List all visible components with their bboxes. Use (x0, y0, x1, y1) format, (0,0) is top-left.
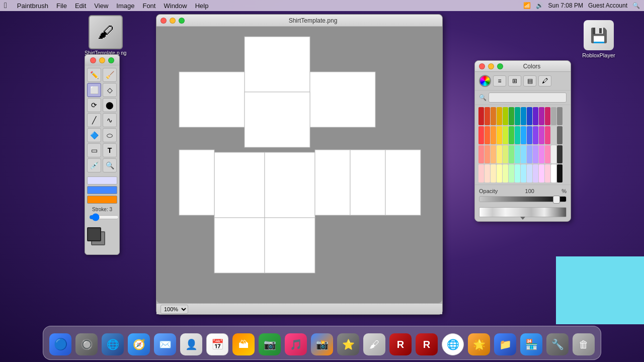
menubar-user[interactable]: Guest Account (588, 2, 627, 9)
colors-close-button[interactable] (479, 63, 485, 69)
svg-rect-53 (557, 145, 562, 163)
colors-mode-toolbar: ≡ ⊞ ▤ 🖍 (475, 72, 571, 90)
colors-titlebar: Colors (475, 61, 571, 72)
svg-rect-59 (509, 164, 514, 183)
canvas-min-button[interactable] (170, 18, 176, 24)
svg-rect-40 (478, 145, 484, 163)
menu-view[interactable]: View (94, 2, 108, 10)
curve-tool[interactable]: ∿ (103, 113, 117, 127)
svg-rect-36 (539, 126, 544, 144)
pencil-tool[interactable]: ✏️ (87, 68, 101, 82)
menu-app[interactable]: Paintbrush (17, 2, 48, 10)
svg-rect-14 (491, 107, 496, 125)
menu-help[interactable]: Help (195, 2, 209, 10)
canvas-close-button[interactable] (160, 18, 167, 24)
color-swatch-stroke[interactable] (87, 196, 117, 204)
dock-item-photos[interactable]: 🏔 (231, 332, 256, 356)
color-image-mode[interactable]: ▤ (523, 75, 536, 86)
svg-rect-39 (557, 126, 562, 144)
magnify-tool[interactable]: 🔍 (103, 158, 117, 172)
eyedropper-tool[interactable]: 💉 (87, 158, 101, 172)
dock-item-system[interactable]: 🌐 (101, 332, 125, 356)
menu-image[interactable]: Image (116, 2, 134, 10)
dock-chrome-icon: 🌐 (442, 333, 464, 355)
dock-item-safari[interactable]: 🧭 (127, 332, 151, 356)
color-boxes (87, 227, 117, 252)
eraser-tool[interactable]: 🧹 (103, 68, 117, 82)
svg-rect-63 (533, 164, 538, 183)
oval-tool[interactable]: ⬭ (103, 128, 117, 142)
colors-max-button[interactable] (497, 63, 503, 69)
toolbar-panel: ✏️ 🧹 ⬜ ◇ ⟳ ⬤ ╱ ∿ 🔷 ⬭ ▭ T 💉 🔍 Stroke: 3 (85, 54, 120, 255)
opacity-slider-thumb[interactable] (553, 196, 560, 204)
zoom-select[interactable]: 100% 50% 200% (160, 305, 188, 314)
crayons-grid (475, 105, 571, 185)
color-crayons-mode[interactable]: 🖍 (538, 75, 551, 86)
svg-rect-18 (515, 107, 520, 125)
dock-item-trash[interactable]: 🗑 (572, 332, 596, 356)
toolbar-min-button[interactable] (99, 57, 105, 63)
dock-item-favorites[interactable]: ⭐ (336, 332, 360, 356)
stroke-label: Stroke: 3 (85, 206, 119, 213)
gradient-bar-indicator (520, 217, 525, 220)
stroke-slider[interactable] (89, 213, 119, 221)
dock-favorites-icon: ⭐ (337, 333, 359, 355)
rect-tool[interactable]: 🔷 (87, 128, 101, 142)
apple-menu[interactable]:  (4, 1, 7, 10)
arrow-tool[interactable]: ◇ (103, 83, 117, 97)
color-wheel-mode[interactable] (479, 75, 491, 87)
svg-rect-22 (539, 107, 544, 125)
dock-item-chrome[interactable]: 🌐 (441, 332, 465, 356)
menu-file[interactable]: File (56, 2, 67, 10)
canvas-body[interactable] (156, 27, 442, 303)
dropper-tool[interactable]: ⬤ (103, 98, 117, 112)
opacity-label-text: Opacity (479, 188, 498, 194)
lasso-tool[interactable]: ⟳ (87, 98, 101, 112)
dock-item-calendar[interactable]: 📅 (205, 332, 229, 356)
menu-font[interactable]: Font (142, 2, 155, 10)
dock-item-mail[interactable]: ✉️ (153, 332, 177, 356)
menu-window[interactable]: Window (164, 2, 187, 10)
crayons-svg[interactable] (477, 107, 568, 183)
dock-item-paintbrush[interactable]: 🖌 (362, 332, 386, 356)
spotlight-icon[interactable]: 🔍 (632, 2, 640, 9)
dock-item-itunes[interactable]: 🎵 (284, 332, 308, 356)
dock-item-facetime[interactable]: 📷 (258, 332, 282, 356)
line-tool[interactable]: ╱ (87, 113, 101, 127)
paintbrush-app-icon[interactable]: 🖌 ShirtTemplate.p ng (85, 15, 126, 56)
toolbar-max-button[interactable] (108, 57, 114, 63)
dock-item-iphoto[interactable]: 📸 (310, 332, 334, 356)
svg-rect-56 (491, 164, 496, 183)
dock-item-finder2[interactable]: 📁 (493, 332, 517, 356)
canvas-max-button[interactable] (179, 18, 185, 24)
dock-item-finder[interactable]: 🔵 (48, 332, 72, 356)
svg-rect-7 (214, 218, 265, 273)
dock-misc2-icon: 🔧 (546, 333, 569, 355)
dock-item-roblox2[interactable]: R (415, 332, 439, 356)
colors-min-button[interactable] (488, 63, 494, 69)
menu-edit[interactable]: Edit (75, 2, 86, 10)
text-tool[interactable]: T (103, 143, 117, 157)
canvas-statusbar: 100% 50% 200% (156, 303, 442, 314)
rounded-rect-tool[interactable]: ▭ (87, 143, 101, 157)
toolbar-close-button[interactable] (90, 57, 96, 63)
svg-rect-48 (527, 145, 532, 163)
dock-item-contacts[interactable]: 👤 (179, 332, 203, 356)
dock-item-misc1[interactable]: 🌟 (467, 332, 491, 356)
svg-rect-28 (491, 126, 496, 144)
dock-item-roblox1[interactable]: R (388, 332, 413, 356)
color-picker-mode[interactable]: ⊞ (508, 75, 521, 86)
color-swatch-fill[interactable] (87, 186, 117, 194)
colors-search-input[interactable] (489, 93, 567, 103)
color-swatch-outline[interactable] (87, 176, 117, 185)
dock-contacts-icon: 👤 (180, 333, 202, 355)
dock-item-misc2[interactable]: 🔧 (545, 332, 570, 356)
foreground-color-box[interactable] (87, 227, 101, 241)
desktop-icon-roblox[interactable]: 💾 RobloxPlayer (579, 20, 619, 58)
colors-gradient-bar[interactable] (479, 207, 567, 217)
dock-item-appstore[interactable]: 🏪 (519, 332, 543, 356)
dock-appstore-icon: 🏪 (520, 333, 542, 355)
color-sliders-mode[interactable]: ≡ (493, 75, 506, 86)
dock-item-launchpad[interactable]: 🔘 (74, 332, 99, 356)
selection-tool[interactable]: ⬜ (87, 83, 101, 97)
